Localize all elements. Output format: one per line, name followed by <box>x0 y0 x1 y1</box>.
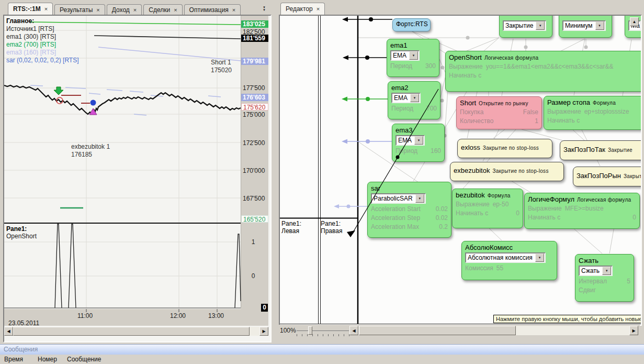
messages-header[interactable]: Сообщения <box>0 344 644 355</box>
zoom-slider-track[interactable] <box>297 330 349 331</box>
block-compress[interactable]: Сжать Сжать ▼ Интервал5 Сдвиг <box>575 254 634 302</box>
close-icon[interactable]: × <box>232 7 235 13</box>
chevron-down-icon[interactable]: ▼ <box>415 194 424 203</box>
param-value: 0.02 <box>436 205 448 213</box>
chart-content: Главное: Источник1 [RTS] ema1 (300) [RTS… <box>3 15 272 343</box>
param-label: Выражение <box>449 63 483 70</box>
close-icon[interactable]: × <box>96 7 99 13</box>
param-label: Acceleration Step <box>371 214 420 222</box>
param-value: False <box>523 108 538 116</box>
pane-right-label: Pane1: Правая <box>321 220 342 235</box>
scrollbar-thumb[interactable] <box>359 326 516 335</box>
close-icon[interactable]: × <box>174 7 177 13</box>
scroll-up-icon[interactable]: ▲ <box>630 17 639 26</box>
chevron-down-icon[interactable]: ▼ <box>410 94 419 102</box>
block-minimum-series[interactable]: Минимум ▼ <box>559 15 612 38</box>
block-stopsize[interactable]: Размер стопаФормула Выражениеep+stoploss… <box>544 96 642 130</box>
zoom-slider-thumb[interactable] <box>308 326 312 335</box>
tab-editor[interactable]: Редактор × <box>280 3 325 15</box>
block-exbezubitok[interactable]: exbezubitokЗакрытие по stop-loss <box>450 162 564 181</box>
chevron-down-icon[interactable]: ▼ <box>595 21 604 30</box>
chart-legend: Главное: Источник1 [RTS] ema1 (300) [RTS… <box>6 17 79 64</box>
close-icon[interactable]: × <box>44 6 48 12</box>
chevron-down-icon[interactable]: ▼ <box>409 51 418 60</box>
block-subtitle: Логическая формула <box>577 197 631 203</box>
tab-income[interactable]: Доход × <box>107 4 142 15</box>
tab-label: RTS:-:1M <box>13 5 41 13</box>
tab-rts[interactable]: RTS:-:1M × <box>8 3 53 15</box>
param-value: ep+stoplosssize <box>584 108 629 115</box>
exit-annotation: exbezubitok 1 176185 <box>71 143 110 159</box>
ema3-arrow <box>342 139 392 144</box>
trade-annotation-value: 175020 <box>211 67 253 74</box>
editor-canvas[interactable]: Фортс:RTS Закрытие ▼ Минимум ▼ Ма <box>279 15 642 326</box>
block-title: Сжать <box>579 257 630 264</box>
param-value: 0.2 <box>439 223 448 230</box>
pane-left-label: Pane1: Левая <box>281 220 301 235</box>
chart-scrollbar[interactable]: ◀ ▶ <box>4 327 268 336</box>
ema3-type-dropdown[interactable]: EMA ▼ <box>396 135 425 146</box>
ema1-type-dropdown[interactable]: EMA ▼ <box>390 50 420 61</box>
close-series-dropdown[interactable]: Закрытие ▼ <box>503 20 546 31</box>
legend-item: ema3 (160) [RTS] <box>6 49 79 57</box>
chevron-down-icon[interactable]: ▼ <box>536 21 545 30</box>
block-short[interactable]: ShortОткрытие по рынку ПокупкаFalse Коли… <box>456 96 542 129</box>
close-icon[interactable]: × <box>133 7 137 13</box>
pane-label-sub: Левая <box>281 227 301 235</box>
scroll-left-icon[interactable]: ◀ <box>349 326 358 335</box>
tab-optimization[interactable]: Оптимизация × <box>184 4 241 15</box>
time-axis[interactable] <box>4 309 268 326</box>
tab-label: Редактор <box>286 5 313 13</box>
sar-arrow <box>334 204 367 208</box>
scrollbar-thumb[interactable] <box>13 327 250 336</box>
scroll-right-icon[interactable]: ▶ <box>629 326 638 335</box>
block-commission[interactable]: АбсолюКомисс Абсолютная комиссия ▼ Комис… <box>461 241 557 280</box>
chevron-down-icon[interactable]: ▼ <box>535 253 544 262</box>
block-exloss[interactable]: exlossЗакрытие по stop-loss <box>457 139 552 158</box>
block-subtitle: Закрытие <box>624 173 642 179</box>
block-logicheformul[interactable]: ЛогичеФормулЛогическая формула Выражение… <box>524 193 640 229</box>
block-zakpozporyn[interactable]: ЗакПозПоРынЗакрытие <box>573 167 642 186</box>
tab-list-chevron-icon[interactable]: ▼▼ <box>263 6 266 12</box>
tab-results[interactable]: Результаты × <box>54 4 105 15</box>
block-subtitle: Формула <box>593 100 616 106</box>
param-value: 300 <box>425 62 436 70</box>
application-window: RTS:-:1M × Результаты × Доход × Сделки ×… <box>0 0 644 364</box>
param-label: Комиссия <box>465 264 493 272</box>
ema2-type-dropdown[interactable]: EMA ▼ <box>391 93 421 103</box>
zoom-slider-ticks <box>297 334 350 336</box>
block-ema2[interactable]: ema2 EMA ▼ Период700 <box>388 81 440 119</box>
block-title: Short <box>460 99 476 107</box>
block-openshort[interactable]: OpenShortЛогическая формула Выражениеyou… <box>445 51 642 92</box>
close-icon[interactable]: × <box>317 6 320 12</box>
block-bezubitok[interactable]: bezubitokФормула Выражениеep-50 Начинать… <box>452 189 523 228</box>
block-ema1[interactable]: ema1 EMA ▼ Период300 <box>387 39 439 77</box>
param-label: Начинать с <box>547 117 580 124</box>
chevron-down-icon[interactable]: ▼ <box>602 267 611 275</box>
messages-columns: Время Номер Сообщение <box>0 355 644 364</box>
param-label: Количество <box>460 117 493 125</box>
pane-label-sub: Правая <box>321 227 342 235</box>
block-close-series[interactable]: Закрытие ▼ <box>499 15 552 38</box>
block-source[interactable]: Фортс:RTS <box>392 18 431 31</box>
param-label: Выражение <box>456 201 490 208</box>
chevron-down-icon[interactable]: ▼ <box>414 136 423 145</box>
commission-type-dropdown[interactable]: Абсолютная комиссия ▼ <box>465 252 546 263</box>
dropdown-value: Закрытие <box>505 22 533 29</box>
minimum-series-dropdown[interactable]: Минимум ▼ <box>562 20 606 31</box>
sar-type-dropdown[interactable]: ParabolicSAR ▼ <box>371 193 426 204</box>
param-label: Интервал <box>579 278 607 285</box>
block-sar[interactable]: sar ParabolicSAR ▼ Acceleration Start0.0… <box>367 182 451 238</box>
scroll-left-icon[interactable]: ◀ <box>4 327 13 336</box>
param-label: Выражение <box>547 108 581 115</box>
legend-item: ema1 (300) [RTS] <box>6 33 79 41</box>
scroll-right-icon[interactable]: ▶ <box>259 327 268 336</box>
block-ema3[interactable]: ema3 EMA ▼ Период160 <box>392 124 445 162</box>
block-title: Фортс:RTS <box>396 20 427 28</box>
tab-label: Доход <box>112 6 130 14</box>
price-label: 170'000 <box>241 167 268 174</box>
tab-trades[interactable]: Сделки × <box>143 4 182 15</box>
compress-type-dropdown[interactable]: Сжать ▼ <box>579 266 613 276</box>
block-zakpozpotak[interactable]: ЗакПозПоТакЗакрытие <box>560 140 642 160</box>
param-label: Acceleration Max <box>371 223 419 230</box>
